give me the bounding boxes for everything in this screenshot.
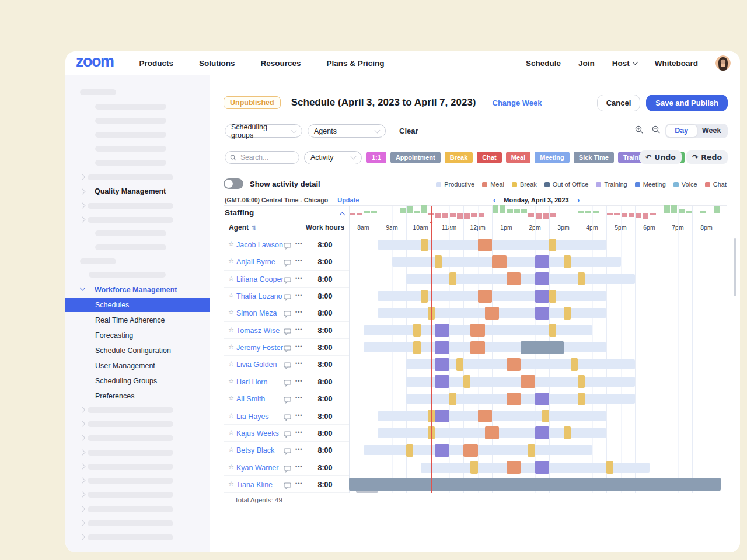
next-day-arrow[interactable]: › bbox=[577, 196, 580, 204]
nav-host[interactable]: Host bbox=[612, 59, 637, 68]
agent-name-link[interactable]: Hari Horn bbox=[236, 378, 268, 386]
chat-bubble-icon[interactable] bbox=[284, 310, 291, 320]
activity-block-break[interactable] bbox=[421, 290, 428, 303]
sidebar-item-preferences[interactable]: Preferences bbox=[95, 392, 134, 400]
activity-block-training[interactable] bbox=[435, 341, 449, 354]
shift-bar[interactable] bbox=[378, 291, 606, 301]
nav-join[interactable]: Join bbox=[578, 59, 595, 68]
activity-block-meal[interactable] bbox=[507, 393, 521, 405]
activity-block-meal[interactable] bbox=[507, 358, 521, 371]
activity-block-break[interactable] bbox=[449, 272, 456, 285]
agent-name-link[interactable]: Simon Meza bbox=[236, 309, 277, 317]
activity-block-break[interactable] bbox=[463, 375, 470, 388]
activity-block-break[interactable] bbox=[406, 444, 413, 457]
activity-block-break[interactable] bbox=[571, 358, 578, 371]
collapse-staffing-icon[interactable] bbox=[340, 212, 345, 218]
show-activity-detail-toggle[interactable] bbox=[224, 178, 243, 189]
chat-bubble-icon[interactable] bbox=[284, 379, 291, 389]
nav-products[interactable]: Products bbox=[139, 59, 174, 68]
sidebar-item-real-time-adherence[interactable]: Real Time Adherence bbox=[95, 316, 165, 324]
activity-block-training[interactable] bbox=[535, 272, 550, 285]
nav-resources[interactable]: Resources bbox=[261, 59, 301, 68]
sort-icon[interactable]: ⇅ bbox=[252, 225, 256, 231]
update-timezone-link[interactable]: Update bbox=[337, 197, 359, 204]
star-icon[interactable]: ☆ bbox=[228, 394, 234, 402]
activity-block-meal[interactable] bbox=[485, 307, 500, 320]
activity-block-break[interactable] bbox=[456, 358, 463, 371]
agents-select[interactable]: Agents bbox=[308, 124, 386, 138]
star-icon[interactable]: ☆ bbox=[228, 292, 234, 299]
star-icon[interactable]: ☆ bbox=[228, 429, 234, 436]
agent-name-link[interactable]: Tomasz Wise bbox=[236, 327, 280, 335]
chat-bubble-icon[interactable] bbox=[284, 327, 291, 338]
agent-name-link[interactable]: Liliana Cooper bbox=[236, 275, 284, 284]
agent-name-link[interactable]: Ali Smith bbox=[236, 395, 265, 403]
star-icon[interactable]: ☆ bbox=[228, 240, 234, 248]
agent-name-link[interactable]: Jacob Lawson bbox=[236, 241, 283, 249]
activity-block-meal[interactable] bbox=[463, 444, 478, 457]
star-icon[interactable]: ☆ bbox=[228, 309, 234, 316]
activity-block-break[interactable] bbox=[578, 272, 585, 285]
shift-bar[interactable] bbox=[406, 394, 635, 404]
activity-block-meal[interactable] bbox=[507, 461, 521, 474]
scheduling-groups-select[interactable]: Scheduling groups bbox=[225, 124, 302, 138]
star-icon[interactable]: ☆ bbox=[228, 377, 234, 385]
activity-block-break[interactable] bbox=[470, 461, 477, 474]
activity-chip-meal[interactable]: Meal bbox=[506, 152, 530, 163]
star-icon[interactable]: ☆ bbox=[228, 343, 234, 351]
star-icon[interactable]: ☆ bbox=[228, 480, 234, 488]
activity-block-meal[interactable] bbox=[470, 341, 485, 354]
activity-block-training[interactable] bbox=[535, 393, 550, 405]
chat-bubble-icon[interactable] bbox=[284, 293, 291, 303]
undo-button[interactable]: ↶Undo bbox=[640, 150, 682, 164]
star-icon[interactable]: ☆ bbox=[228, 412, 234, 419]
star-icon[interactable]: ☆ bbox=[228, 257, 234, 265]
activity-block-training[interactable] bbox=[435, 444, 449, 457]
activity-block-break[interactable] bbox=[578, 375, 585, 388]
activity-block-break[interactable] bbox=[435, 256, 442, 268]
activity-block-meal[interactable] bbox=[478, 290, 493, 303]
day-tab[interactable]: Day bbox=[666, 125, 697, 137]
activity-block-meal[interactable] bbox=[478, 410, 493, 422]
previous-day-arrow[interactable]: ‹ bbox=[493, 196, 496, 204]
shift-bar[interactable] bbox=[364, 445, 592, 455]
activity-block-break[interactable] bbox=[421, 239, 428, 251]
agent-name-link[interactable]: Thalia Lozano bbox=[236, 292, 282, 300]
activity-chip-1-1[interactable]: 1:1 bbox=[366, 152, 386, 163]
chat-bubble-icon[interactable] bbox=[284, 430, 291, 440]
activity-block-break[interactable] bbox=[549, 324, 556, 337]
save-and-publish-button[interactable]: Save and Publish bbox=[646, 94, 728, 111]
agent-name-link[interactable]: Anjali Byrne bbox=[236, 258, 275, 266]
shift-bar[interactable] bbox=[378, 411, 606, 421]
activity-block-break[interactable] bbox=[606, 461, 613, 474]
shift-bar[interactable] bbox=[378, 240, 606, 250]
activity-chip-break[interactable]: Break bbox=[445, 152, 473, 163]
star-icon[interactable]: ☆ bbox=[228, 446, 234, 453]
search-input[interactable] bbox=[239, 153, 294, 162]
agent-name-link[interactable]: Lia Hayes bbox=[236, 412, 269, 421]
nav-schedule[interactable]: Schedule bbox=[526, 59, 561, 68]
activity-block-training[interactable] bbox=[535, 290, 550, 303]
activity-block-break[interactable] bbox=[549, 239, 556, 251]
activity-block-training[interactable] bbox=[535, 256, 550, 268]
activity-block-training[interactable] bbox=[535, 426, 550, 439]
chat-bubble-icon[interactable] bbox=[284, 258, 291, 269]
activity-block-break[interactable] bbox=[564, 426, 571, 439]
chat-bubble-icon[interactable] bbox=[284, 447, 291, 457]
agent-name-link[interactable]: Jeremy Foster bbox=[236, 344, 283, 352]
sidebar-item-schedule-configuration[interactable]: Schedule Configuration bbox=[95, 346, 171, 355]
week-tab[interactable]: Week bbox=[697, 125, 727, 137]
nav-plans-pricing[interactable]: Plans & Pricing bbox=[327, 59, 385, 68]
activity-chip-sick-time[interactable]: Sick Time bbox=[574, 152, 614, 163]
shift-bar[interactable] bbox=[364, 342, 607, 352]
star-icon[interactable]: ☆ bbox=[228, 463, 234, 471]
chat-bubble-icon[interactable] bbox=[284, 413, 291, 424]
avatar[interactable] bbox=[715, 55, 731, 71]
activity-block-out-of-office[interactable] bbox=[349, 478, 721, 491]
chat-bubble-icon[interactable] bbox=[284, 361, 291, 372]
activity-block-meal[interactable] bbox=[492, 256, 507, 268]
activity-block-break[interactable] bbox=[413, 341, 420, 354]
sidebar-item-schedules-selected[interactable]: Schedules bbox=[65, 298, 210, 312]
nav-whiteboard[interactable]: Whiteboard bbox=[655, 59, 698, 68]
activity-block-meal[interactable] bbox=[470, 324, 485, 337]
